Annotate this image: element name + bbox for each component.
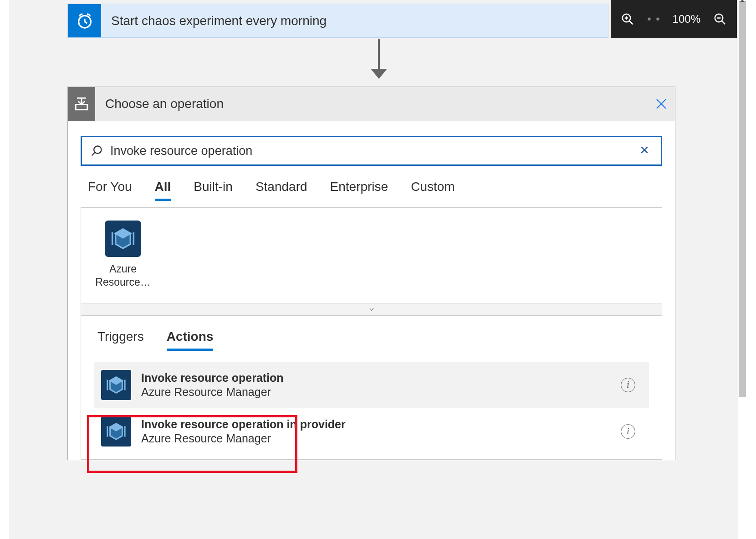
collapse-connectors-button[interactable]: [81, 303, 662, 315]
action-invoke-resource-operation[interactable]: Invoke resource operation Azure Resource…: [94, 362, 649, 408]
subtab-actions[interactable]: Actions: [167, 329, 214, 351]
clear-search-button[interactable]: [636, 141, 653, 161]
svg-point-15: [94, 146, 101, 154]
tab-all[interactable]: All: [155, 180, 171, 201]
action-title: Invoke resource operation: [141, 371, 621, 385]
action-invoke-resource-operation-in-provider[interactable]: Invoke resource operation in provider Az…: [94, 408, 649, 455]
panel-close-button[interactable]: [648, 90, 675, 118]
search-icon: [90, 144, 103, 157]
action-subtitle: Azure Resource Manager: [141, 432, 621, 445]
zoom-out-button[interactable]: [712, 11, 728, 27]
zoom-toolbar: • • 100%: [611, 0, 737, 38]
azure-resource-manager-icon: [101, 416, 131, 447]
flow-arrow-icon: [369, 39, 388, 84]
action-list: Invoke resource operation Azure Resource…: [81, 357, 662, 459]
connector-list: Azure Resource…: [81, 207, 662, 316]
zoom-in-icon: [621, 12, 634, 26]
clear-icon: [640, 145, 649, 154]
svg-line-9: [85, 21, 87, 23]
close-icon: [654, 97, 668, 111]
action-title: Invoke resource operation in provider: [141, 418, 621, 431]
action-subtitle: Azure Resource Manager: [141, 385, 621, 399]
scrollbar-thumb[interactable]: [739, 1, 746, 397]
azure-resource-manager-icon: [105, 221, 141, 257]
operation-results: Triggers Actions Invoke resource operati…: [81, 316, 662, 460]
svg-line-5: [722, 21, 725, 25]
trigger-card[interactable]: Start chaos experiment every morning: [67, 4, 608, 38]
tab-built-in[interactable]: Built-in: [194, 180, 233, 201]
tab-standard[interactable]: Standard: [255, 180, 307, 201]
recurrence-icon: [68, 4, 101, 37]
tab-for-you[interactable]: For You: [88, 180, 132, 201]
operation-search-input[interactable]: [103, 144, 636, 159]
connector-azure-resource-manager[interactable]: Azure Resource…: [91, 221, 155, 289]
zoom-in-button[interactable]: [620, 11, 635, 27]
tab-enterprise[interactable]: Enterprise: [330, 180, 388, 201]
tab-custom[interactable]: Custom: [411, 180, 455, 201]
azure-resource-manager-icon: [101, 370, 131, 400]
svg-line-1: [629, 21, 633, 25]
action-info-button[interactable]: i: [621, 424, 635, 439]
panel-title: Choose an operation: [95, 97, 648, 111]
connector-label: Azure Resource…: [91, 262, 155, 289]
zoom-level: 100%: [673, 13, 700, 26]
zoom-out-icon: [713, 12, 727, 26]
connector-filter-tabs: For You All Built-in Standard Enterprise…: [81, 166, 662, 207]
action-info-button[interactable]: i: [621, 378, 635, 392]
operation-type-tabs: Triggers Actions: [81, 316, 662, 357]
zoom-options-icon[interactable]: • •: [647, 13, 660, 26]
operation-search-box[interactable]: [81, 136, 662, 166]
chevron-down-icon: [367, 306, 377, 313]
vertical-scrollbar[interactable]: [738, 0, 747, 539]
svg-line-16: [92, 153, 95, 156]
choose-operation-panel: Choose an operation For You All Built-in…: [67, 87, 675, 460]
trigger-title: Start chaos experiment every morning: [101, 14, 327, 28]
panel-header: Choose an operation: [68, 87, 675, 121]
choose-operation-icon: [68, 87, 95, 121]
subtab-triggers[interactable]: Triggers: [97, 329, 144, 351]
